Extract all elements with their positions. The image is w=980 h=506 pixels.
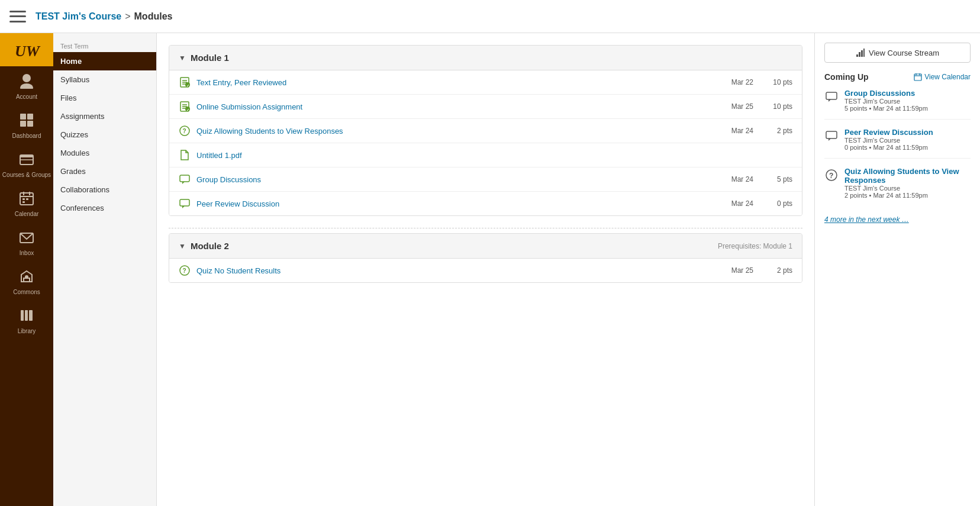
sidebar-item-files[interactable]: Files (53, 89, 156, 107)
module-item-title[interactable]: Group Discussions (196, 175, 718, 184)
coming-up-item-course-3: TEST Jim's Course (844, 185, 971, 192)
coming-up-item-meta: 5 points • Mar 24 at 11:59pm (844, 105, 928, 112)
sidebar-item-account[interactable]: Account (0, 66, 53, 107)
module-item: Untitled 1.pdf (169, 143, 802, 167)
svg-rect-21 (25, 310, 28, 321)
module-item-title[interactable]: Quiz No Student Results (196, 266, 718, 275)
file-icon (179, 149, 191, 161)
sidebar-item-syllabus[interactable]: Syllabus (53, 70, 156, 89)
coming-up-item: Peer Review Discussion TEST Jim's Course… (824, 128, 971, 159)
coming-up-discussion-icon-2 (824, 129, 839, 143)
module-item: ✓ Text Entry, Peer Reviewed Mar 22 10 pt… (169, 70, 802, 95)
library-label: Library (18, 328, 36, 335)
sidebar-item-library[interactable]: Library (0, 302, 53, 341)
module-item-title[interactable]: Quiz Allowing Students to View Responses (196, 127, 718, 136)
sidebar-item-dashboard[interactable]: Dashboard (0, 107, 53, 146)
sidebar-item-calendar[interactable]: Calendar (0, 185, 53, 224)
module-item-date: Mar 24 (718, 175, 753, 183)
assignment-icon: ✓ (179, 101, 191, 112)
module-2-arrow[interactable]: ▼ (179, 242, 186, 250)
module-item-title[interactable]: Untitled 1.pdf (196, 151, 718, 160)
svg-rect-20 (21, 310, 24, 321)
svg-rect-41 (856, 54, 858, 57)
menu-icon[interactable] (9, 11, 26, 22)
breadcrumb: TEST Jim's Course > Modules (36, 11, 172, 22)
sidebar-item-conferences[interactable]: Conferences (53, 199, 156, 217)
global-nav: UW Account Dashboard (0, 33, 53, 506)
module-item: Group Discussions Mar 24 5 pts (169, 167, 802, 192)
svg-rect-9 (20, 155, 33, 157)
module-1-container: ▼ Module 1 ✓ Text Entry, Peer Reviewed M… (169, 45, 802, 216)
sidebar-item-commons[interactable]: Commons (0, 263, 53, 302)
svg-text:?: ? (829, 172, 833, 180)
view-calendar-label: View Calendar (924, 73, 971, 81)
svg-rect-45 (914, 74, 921, 80)
coming-up-item-title-2[interactable]: Peer Review Discussion (844, 128, 933, 137)
module-item-title[interactable]: Peer Review Discussion (196, 199, 718, 208)
module-item-date: Mar 24 (718, 127, 753, 135)
coming-up-item-meta-3: 2 points • Mar 24 at 11:59pm (844, 192, 971, 199)
more-in-next-week-link[interactable]: 4 more in the next week … (824, 215, 909, 224)
module-item-pts: 2 pts (763, 266, 792, 275)
sidebar-item-courses[interactable]: Courses & Groups (0, 146, 53, 185)
svg-rect-50 (826, 131, 837, 138)
module-item-date: Mar 24 (718, 199, 753, 208)
module-item-date: Mar 22 (718, 78, 753, 86)
sidebar-item-grades[interactable]: Grades (53, 162, 156, 181)
calendar-label: Calendar (15, 211, 39, 218)
svg-rect-7 (27, 121, 33, 127)
coming-up-discussion-icon (824, 90, 839, 104)
dashboard-icon (19, 112, 34, 130)
uw-logo[interactable]: UW (0, 33, 53, 66)
svg-rect-5 (27, 114, 33, 120)
module-2-prereqs: Prerequisites: Module 1 (718, 242, 792, 250)
coming-up-item-course: TEST Jim's Course (844, 98, 928, 105)
library-icon (19, 308, 34, 325)
module-1-name: Module 1 (191, 53, 229, 63)
view-calendar-link[interactable]: View Calendar (914, 73, 971, 81)
sidebar-item-home[interactable]: Home (53, 52, 156, 70)
courses-icon (19, 152, 34, 169)
module-item-title[interactable]: Text Entry, Peer Reviewed (196, 78, 718, 87)
coming-up-item-meta-2: 0 points • Mar 24 at 11:59pm (844, 144, 933, 151)
main-layout: UW Account Dashboard (0, 33, 980, 506)
module-2-container: ▼ Module 2 Prerequisites: Module 1 ? Qui… (169, 233, 802, 283)
coming-up-item-title[interactable]: Group Discussions (844, 89, 928, 98)
quiz-icon: ? (179, 125, 191, 137)
sidebar-item-assignments[interactable]: Assignments (53, 107, 156, 125)
module-item-title[interactable]: Online Submission Assignment (196, 102, 718, 111)
svg-rect-16 (26, 198, 28, 200)
svg-rect-22 (29, 310, 33, 321)
discussion-icon (179, 198, 191, 210)
coming-up-item-title-3[interactable]: Quiz Allowing Students to View Responses (844, 167, 971, 185)
svg-rect-49 (826, 92, 837, 99)
view-course-stream-button[interactable]: View Course Stream (824, 43, 971, 63)
breadcrumb-course[interactable]: TEST Jim's Course (36, 11, 121, 22)
sidebar-item-modules[interactable]: Modules (53, 144, 156, 162)
module-item: ✓ Online Submission Assignment Mar 25 10… (169, 95, 802, 119)
quiz-icon: ? (179, 265, 191, 276)
module-1-arrow[interactable]: ▼ (179, 54, 186, 62)
sidebar-item-inbox[interactable]: Inbox (0, 224, 53, 263)
calendar-icon-small (914, 73, 922, 81)
commons-label: Commons (13, 289, 40, 296)
module-1-title: ▼ Module 1 (179, 53, 229, 63)
uw-logo-image: UW (12, 38, 41, 62)
sidebar-item-quizzes[interactable]: Quizzes (53, 125, 156, 144)
module-item: ? Quiz No Student Results Mar 25 2 pts (169, 259, 802, 282)
coming-up-item-3: ? Quiz Allowing Students to View Respons… (824, 167, 971, 206)
module-item-pts: 10 pts (763, 102, 792, 111)
svg-text:✓: ✓ (186, 84, 189, 88)
courses-label: Courses & Groups (2, 172, 51, 179)
content-area: ▼ Module 1 ✓ Text Entry, Peer Reviewed M… (157, 33, 814, 506)
course-term: Test Term (53, 38, 156, 52)
coming-up-title: Coming Up (824, 72, 869, 82)
account-label: Account (16, 94, 37, 101)
module-item-pts: 5 pts (763, 175, 792, 183)
commons-icon (19, 269, 34, 286)
sidebar-item-collaborations[interactable]: Collaborations (53, 181, 156, 199)
calendar-icon (19, 191, 34, 208)
coming-up-quiz-icon: ? (824, 168, 839, 182)
svg-rect-4 (20, 114, 26, 120)
svg-rect-15 (22, 198, 25, 200)
